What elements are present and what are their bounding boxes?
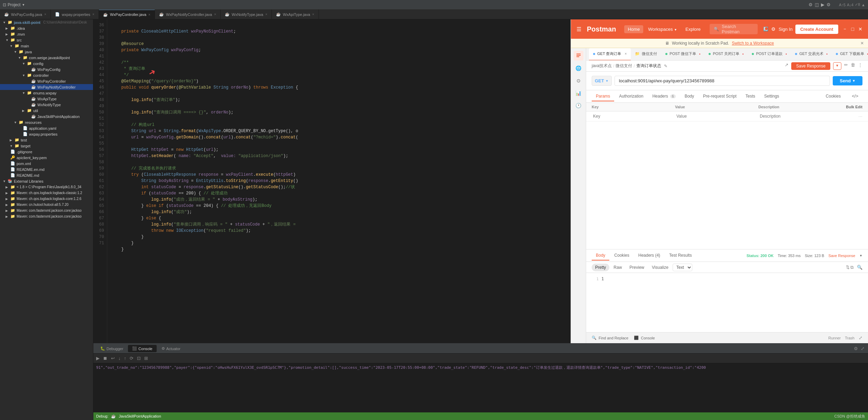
params-col-actions-header[interactable]: Bulk Edit <box>842 105 862 109</box>
tree-application[interactable]: ▶ ☕ JavaSkillPointApplication <box>0 113 93 119</box>
tree-util[interactable]: ▶ 📁 util <box>0 108 93 113</box>
tree-hutool[interactable]: ▶ 📁 Maven: cn.hutool:hutool-all:5.7.20 <box>0 202 93 208</box>
breadcrumb-edit2-icon[interactable]: ✏ <box>844 62 848 70</box>
tab-close-0[interactable]: × <box>44 12 46 16</box>
sidebar-icon-collections[interactable] <box>574 51 583 61</box>
tree-enums[interactable]: ▼ 📁 enums.wxpay <box>0 90 93 96</box>
opt-tab-params[interactable]: Params <box>592 92 614 101</box>
code-text[interactable]: private CloseableHttpClient wxPayNoSignC… <box>107 19 571 343</box>
console-button[interactable]: ⬛ Console <box>634 336 655 340</box>
postman-search[interactable]: 🔍 Search Postman <box>710 24 758 34</box>
url-input[interactable] <box>615 76 830 86</box>
tree-controller[interactable]: ▼ 📁 controller <box>0 72 93 78</box>
body-copy-icon[interactable]: ⧉ <box>850 265 853 270</box>
tree-readme[interactable]: ▶ 📄 README.md <box>0 172 93 178</box>
opt-tab-settings[interactable]: Settings <box>760 92 783 101</box>
body-opt-raw[interactable]: Raw <box>610 264 625 271</box>
tree-resources[interactable]: ▼ 📁 resources <box>0 119 93 125</box>
tree-readme-en[interactable]: ▶ 📄 README.en.md <box>0 166 93 172</box>
tree-target[interactable]: ▼ 📁 target <box>0 143 93 149</box>
debug-expand-icon[interactable]: ⤢ <box>860 345 865 352</box>
trash-button[interactable]: Trash <box>845 336 855 340</box>
switch-workspace-link[interactable]: Switch to a Workspace <box>732 41 774 46</box>
req-tab-get-query[interactable]: GET 查询订单 × <box>589 48 631 61</box>
tree-logback-core[interactable]: ▶ 📁 Maven: ch.qos.logback:logback-core:1… <box>0 196 93 202</box>
sidebar-icon-history[interactable]: 🕐 <box>574 101 583 110</box>
cookies-tab[interactable]: Cookies <box>822 92 845 101</box>
tree-java[interactable]: ▼ 📁 java <box>0 49 93 55</box>
breadcrumb-delete-icon[interactable]: 🗑 <box>851 62 855 70</box>
debug-tab-debug[interactable]: 🐛 Debugger <box>96 345 127 352</box>
param-key-input[interactable] <box>592 113 675 119</box>
tab-wxapitype[interactable]: ☕ WxApiType.java × <box>272 10 319 19</box>
req-tab-close-3[interactable]: ● <box>742 53 744 55</box>
tree-wxnotifytype[interactable]: ▶ ☕ WxNotifyType <box>0 102 93 108</box>
save-response-button[interactable]: Save Response <box>828 254 855 258</box>
tree-wxpaycontroller[interactable]: ▶ ☕ WxPayController <box>0 78 93 84</box>
tab-close-5[interactable]: × <box>312 12 314 16</box>
find-replace-button[interactable]: 🔍 Find and Replace <box>592 336 628 340</box>
tree-config[interactable]: ▼ 📁 config <box>0 61 93 66</box>
body-opt-preview[interactable]: Preview <box>626 264 648 271</box>
body-opt-pretty[interactable]: Pretty <box>592 264 609 271</box>
resp-tab-headers[interactable]: Headers (4) <box>634 251 664 261</box>
tree-wxapitype[interactable]: ▶ ☕ WxApiType <box>0 96 93 102</box>
resp-tab-tests[interactable]: Test Results <box>665 251 696 261</box>
footer-expand-icon[interactable]: ⤢ <box>859 335 862 340</box>
tree-wxpaynotifycontroller[interactable]: ▶ ☕ WxPayNotifyController <box>0 84 93 90</box>
runner-button[interactable]: Runner <box>828 336 841 340</box>
tb-icon-step-out[interactable]: ↑ <box>123 355 128 362</box>
tree-external-libs[interactable]: ▼ 📚 External Libraries <box>0 178 93 184</box>
req-tab-post-place[interactable]: POST 微信下单 ● <box>661 48 704 61</box>
breadcrumb-java[interactable]: java技术点 <box>592 63 612 69</box>
tb-icon-resume[interactable]: ▶ <box>95 355 101 362</box>
code-snippet-icon[interactable]: </> <box>848 91 862 101</box>
tree-idea[interactable]: ▶ 📁 .idea <box>0 25 93 31</box>
ide-icon-debug[interactable]: ⚙ <box>827 2 831 7</box>
tb-icon-more[interactable]: ⊞ <box>143 355 149 362</box>
tab-close-2[interactable]: × <box>148 13 150 17</box>
tb-icon-step-over[interactable]: ↩ <box>110 355 116 362</box>
tab-wxpayconfig[interactable]: ☕ WxPayConfig.java × <box>0 10 51 19</box>
resp-tab-body[interactable]: Body <box>592 251 609 261</box>
debug-settings-icon[interactable]: ⚙ <box>853 345 859 352</box>
tree-appyaml[interactable]: ▶ 📄 application.yaml <box>0 125 93 131</box>
postman-settings-icon[interactable]: ⚙ <box>771 26 776 32</box>
opt-tab-headers[interactable]: Headers 6 <box>648 92 680 101</box>
maximize-button[interactable]: □ <box>851 26 854 32</box>
req-tab-close-0[interactable]: × <box>625 52 627 56</box>
sidebar-icon-monitors[interactable]: 📊 <box>574 88 583 98</box>
breadcrumb-edit-icon[interactable]: ✎ <box>664 64 667 69</box>
req-tab-close-5[interactable]: ● <box>826 53 828 55</box>
tab-close-3[interactable]: × <box>214 12 216 16</box>
tree-gitignore[interactable]: ▶ 📄 .gitignore <box>0 149 93 155</box>
body-search-icon[interactable]: 🔍 <box>857 265 862 270</box>
tree-jackson1[interactable]: ▶ 📁 Maven: com.fasterxml.jackson.core:ja… <box>0 208 93 213</box>
close-notice-button[interactable]: ✕ <box>860 41 864 46</box>
req-tab-post-close[interactable]: POST 关闭订单 ● <box>704 48 748 61</box>
opt-tab-tests[interactable]: Tests <box>741 92 759 101</box>
tab-wxpaycontroller[interactable]: ☕ WxPayController.java × <box>99 10 155 19</box>
body-opt-visualize[interactable]: Visualize <box>648 264 672 271</box>
breadcrumb-share-icon[interactable]: ↗ <box>785 62 788 70</box>
req-tab-post-refund[interactable]: POST 订单退款 ● <box>748 48 791 61</box>
tb-icon-mute[interactable]: ⊡ <box>136 355 142 362</box>
save-response-arrow[interactable]: ▼ <box>859 254 862 257</box>
opt-tab-body[interactable]: Body <box>681 92 698 101</box>
tb-icon-step-into[interactable]: ↓ <box>117 355 122 362</box>
postman-menu-icon[interactable]: ☰ <box>576 26 581 33</box>
tree-logback-classic[interactable]: ▶ 📁 Maven: ch.qos.logback:logback-classi… <box>0 190 93 196</box>
tree-wxpayprops[interactable]: ▶ 📄 wxpay.properties <box>0 131 93 137</box>
sidebar-icon-environments[interactable]: 🌐 <box>574 63 583 73</box>
param-desc-input[interactable] <box>758 113 842 119</box>
console-output[interactable]: 91","out_trade_no":"123456789988","payer… <box>93 363 868 412</box>
send-button[interactable]: Send ▼ <box>833 76 862 85</box>
tree-apiclient[interactable]: ▶ 🔑 apiclient_key.pem <box>0 155 93 161</box>
tree-jackson2[interactable]: ▶ 📁 Maven: com.fasterxml.jackson.core:ja… <box>0 213 93 219</box>
ide-icon-layout[interactable]: ◫ <box>815 2 819 7</box>
req-tab-close-2[interactable]: ● <box>699 53 700 55</box>
nav-workspaces[interactable]: Workspaces ▼ <box>645 25 681 33</box>
body-format-icon[interactable]: ⇅ <box>846 265 850 270</box>
close-window-button[interactable]: ✕ <box>858 26 862 32</box>
ide-icon-run[interactable]: ▶ <box>821 2 824 7</box>
